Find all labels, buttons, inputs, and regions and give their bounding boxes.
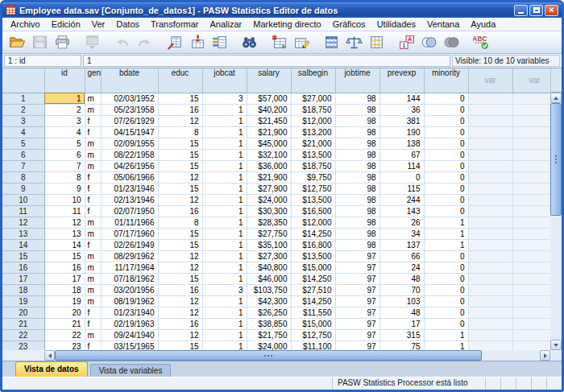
cell-17-minority[interactable]: 0 [424,273,468,284]
cell-21-educ[interactable]: 16 [158,318,202,329]
cell-17-var[interactable] [512,273,550,284]
cell-3-jobcat[interactable]: 1 [202,115,247,126]
cell-15-jobcat[interactable]: 1 [202,250,247,262]
row-header-17[interactable]: 17 [2,273,44,284]
select-cases-button[interactable] [365,33,388,52]
menu-ayuda[interactable]: Ayuda [465,18,501,31]
cell-21-prevexp[interactable]: 17 [379,318,424,329]
cell-4-bdate[interactable]: 04/15/1947 [101,126,158,138]
cell-23-minority[interactable]: 1 [424,340,468,350]
cell-22-id[interactable]: 22 [44,329,85,340]
cell-8-var[interactable] [468,171,512,183]
cell-12-jobcat[interactable]: 1 [202,217,247,228]
cell-12-jobtime[interactable]: 98 [335,217,379,228]
cell-14-salary[interactable]: $35,100 [247,239,291,250]
cell-17-jobtime[interactable]: 97 [335,273,379,284]
cell-8-salbegin[interactable]: $9,750 [291,171,335,183]
cell-11-minority[interactable]: 0 [424,205,468,217]
cell-9-minority[interactable]: 0 [424,183,468,194]
cell-10-jobtime[interactable]: 98 [335,194,379,205]
cell-22-jobcat[interactable]: 1 [202,329,247,340]
cell-23-gender[interactable]: f [85,340,101,350]
cell-10-gender[interactable]: f [85,194,101,205]
cell-21-var[interactable] [512,318,550,329]
cell-2-minority[interactable]: 0 [424,104,468,115]
cell-12-minority[interactable]: 1 [424,217,468,228]
cell-4-salbegin[interactable]: $13,200 [291,126,335,138]
cell-10-salbegin[interactable]: $13,500 [291,194,335,205]
cell-11-jobcat[interactable]: 1 [202,205,247,217]
cell-13-minority[interactable]: 1 [424,228,468,239]
cell-13-jobcat[interactable]: 1 [202,228,247,239]
cell-18-educ[interactable]: 16 [158,284,202,295]
cell-5-jobcat[interactable]: 1 [202,138,247,149]
cell-editor[interactable]: 1 [83,55,450,67]
cell-3-var[interactable] [512,115,550,126]
cell-16-salbegin[interactable]: $15,000 [291,262,335,273]
scroll-down-button[interactable] [550,340,562,350]
column-header-salary[interactable]: salary [247,68,291,93]
cell-22-salary[interactable]: $21,750 [247,329,291,340]
cell-19-gender[interactable]: m [85,295,101,307]
cell-16-gender[interactable]: m [85,262,101,273]
menu-utilidades[interactable]: Utilidades [371,18,421,31]
cell-9-bdate[interactable]: 01/23/1946 [101,183,158,194]
cell-14-salbegin[interactable]: $16,800 [291,239,335,250]
row-header-11[interactable]: 11 [2,205,44,217]
dialog-recall-button[interactable] [81,33,103,52]
cell-7-jobtime[interactable]: 98 [335,160,379,171]
goto-variable-button[interactable] [185,33,208,52]
cell-21-id[interactable]: 21 [44,318,85,329]
row-header-1[interactable]: 1 [2,93,44,104]
cell-15-var[interactable] [468,250,512,262]
cell-20-bdate[interactable]: 01/23/1940 [101,307,158,318]
cell-2-bdate[interactable]: 05/23/1958 [101,104,158,115]
cell-18-jobtime[interactable]: 97 [335,284,379,295]
column-header-jobcat[interactable]: jobcat [202,68,247,93]
insert-variable-button[interactable] [290,33,313,52]
cell-7-var[interactable] [468,160,512,171]
cell-7-bdate[interactable]: 04/26/1956 [101,160,158,171]
cell-3-minority[interactable]: 0 [424,115,468,126]
row-header-16[interactable]: 16 [2,262,44,273]
cell-16-var[interactable] [512,262,550,273]
cell-9-educ[interactable]: 15 [158,183,202,194]
cell-17-id[interactable]: 17 [44,273,85,284]
cell-14-educ[interactable]: 15 [158,239,202,250]
cell-23-salary[interactable]: $24,000 [247,340,291,350]
cell-8-id[interactable]: 8 [44,171,85,183]
cell-17-gender[interactable]: m [85,273,101,284]
cell-18-salbegin[interactable]: $27,510 [291,284,335,295]
find-button[interactable] [238,33,260,52]
cell-6-salbegin[interactable]: $13,500 [291,149,335,160]
cell-10-prevexp[interactable]: 244 [379,194,424,205]
cell-14-bdate[interactable]: 02/26/1949 [101,239,158,250]
cell-17-educ[interactable]: 15 [158,273,202,284]
vertical-scroll-track[interactable] [550,216,562,340]
cell-2-var[interactable] [512,104,550,115]
goto-case-button[interactable] [163,33,185,52]
cell-20-var[interactable] [468,307,512,318]
row-header-23[interactable]: 23 [2,340,44,350]
cell-22-minority[interactable]: 1 [424,329,468,340]
cell-6-var[interactable] [468,149,512,160]
redo-button[interactable] [133,33,156,52]
cell-4-educ[interactable]: 8 [158,126,202,138]
cell-19-salbegin[interactable]: $14,250 [291,295,335,307]
row-header-21[interactable]: 21 [2,318,44,329]
cell-13-salary[interactable]: $27,750 [247,228,291,239]
column-header-educ[interactable]: educ [158,68,202,93]
cell-18-var[interactable] [512,284,550,295]
cell-12-salbegin[interactable]: $12,000 [291,217,335,228]
column-header-minority[interactable]: minority [424,68,468,93]
print-button[interactable] [51,33,73,52]
cell-11-jobtime[interactable]: 98 [335,205,379,217]
cell-22-prevexp[interactable]: 315 [379,329,424,340]
cell-6-educ[interactable]: 15 [158,149,202,160]
cell-4-prevexp[interactable]: 190 [379,126,424,138]
cell-5-gender[interactable]: m [85,138,101,149]
cell-20-id[interactable]: 20 [44,307,85,318]
cell-19-var[interactable] [512,295,550,307]
cell-1-salary[interactable]: $57,000 [247,93,291,104]
save-button[interactable] [28,33,51,52]
